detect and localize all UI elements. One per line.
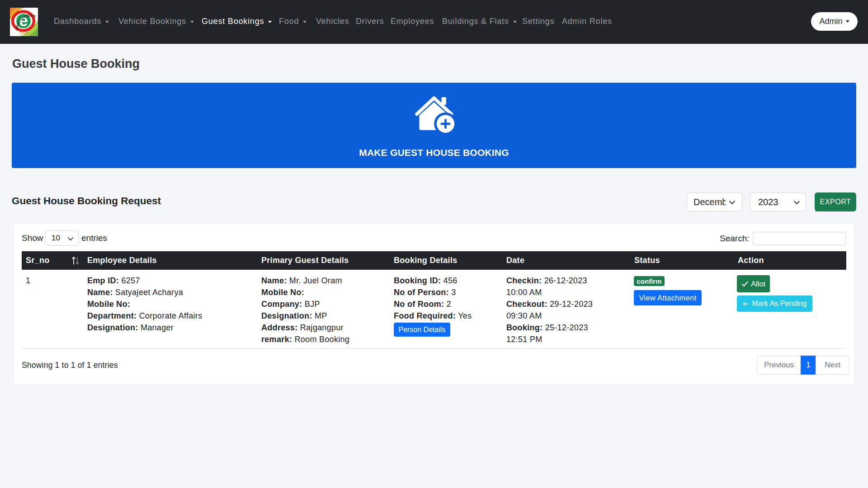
svg-text:e: e bbox=[19, 11, 28, 30]
svg-text:Gajraj: Gajraj bbox=[19, 31, 28, 35]
